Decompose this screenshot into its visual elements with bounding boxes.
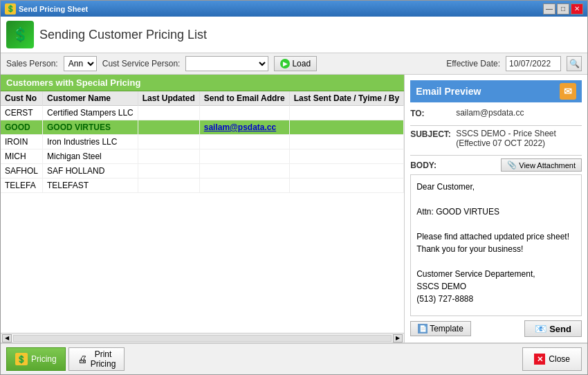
pricing-button[interactable]: 💲 Pricing (6, 347, 66, 371)
print-label: PrintPricing (91, 349, 116, 369)
app-icon: 💲 (6, 21, 34, 48)
table-cell: GOOD VIRTUES (43, 120, 138, 135)
table-cell (138, 120, 199, 135)
title-bar-left: 💲 Send Pricing Sheet (5, 3, 88, 15)
section-header: Customers with Special Pricing (1, 75, 404, 91)
toolbar: Sales Person: Ann Cust Service Person: ▶… (1, 53, 587, 75)
email-bottom-buttons: 📄 Template 📧 Send (410, 320, 582, 337)
load-icon: ▶ (280, 59, 290, 68)
body-label-row: BODY: 📎 View Attachment (410, 158, 582, 172)
send-button[interactable]: 📧 Send (524, 320, 582, 337)
table-cell (138, 164, 199, 179)
col-last-sent: Last Sent Date / Tyime / By (289, 91, 404, 106)
to-value: sailam@psdata.cc (456, 108, 582, 118)
table-row[interactable]: SAFHOLSAF HOLLAND (1, 164, 404, 179)
table-cell: SAFHOL (1, 164, 43, 179)
header-area: 💲 Sending Customer Pricing List (1, 17, 587, 53)
main-content: Customers with Special Pricing Cust No C… (1, 75, 587, 342)
maximize-button[interactable]: □ (557, 3, 569, 15)
effective-date-label: Effective Date: (446, 59, 500, 68)
minimize-button[interactable]: — (543, 3, 555, 15)
customers-table: Cust No Customer Name Last Updated Send … (1, 91, 404, 193)
email-body: Dear Customer, Attn: GOOD VIRTUES Please… (410, 174, 582, 316)
table-cell: CERST (1, 106, 43, 120)
table-header-row: Cust No Customer Name Last Updated Send … (1, 91, 404, 106)
table-cell: MICH (1, 149, 43, 164)
close-label: Close (549, 354, 570, 364)
table-cell: TELEFA (1, 179, 43, 193)
table-cell (199, 106, 289, 120)
email-subject-field: SUBJECT: SSCS DEMO - Price Sheet (Effect… (410, 129, 582, 148)
scroll-right-arrow[interactable]: ▶ (393, 334, 403, 342)
cust-service-label: Cust Service Person: (102, 59, 181, 68)
left-panel: Customers with Special Pricing Cust No C… (1, 75, 405, 342)
table-row[interactable]: MICHMichigan Steel (1, 149, 404, 164)
doc-icon: 📄 (418, 324, 428, 333)
table-row[interactable]: IROINIron Industries LLC (1, 135, 404, 149)
subject-value: SSCS DEMO - Price Sheet (Effective 07 OC… (456, 129, 582, 148)
table-row[interactable]: TELEFATELEFAST (1, 179, 404, 193)
send-icon: 📧 (535, 323, 546, 334)
load-button[interactable]: ▶ Load (274, 56, 317, 71)
close-button[interactable]: ✕ Close (522, 347, 582, 371)
email-preview-title: Email Preview (416, 86, 481, 97)
table-cell (289, 164, 404, 179)
close-x-icon: ✕ (534, 354, 545, 365)
view-attachment-button[interactable]: 📎 View Attachment (501, 158, 582, 172)
main-window: 💲 Send Pricing Sheet — □ ✕ 💲 Sending Cus… (0, 0, 588, 375)
table-cell (289, 120, 404, 135)
table-cell (138, 179, 199, 193)
col-customer-name: Customer Name (43, 91, 138, 106)
table-cell (289, 135, 404, 149)
email-to-field: TO: sailam@psdata.cc (410, 108, 582, 118)
print-pricing-button[interactable]: 🖨 PrintPricing (68, 347, 125, 371)
table-cell (199, 164, 289, 179)
table-cell (289, 179, 404, 193)
title-bar-controls: — □ ✕ (543, 3, 583, 15)
col-last-updated: Last Updated (138, 91, 199, 106)
table-row[interactable]: CERSTCertified Stampers LLC (1, 106, 404, 120)
customers-tbody: CERSTCertified Stampers LLCGOODGOOD VIRT… (1, 106, 404, 193)
template-button[interactable]: 📄 Template (410, 321, 471, 336)
table-cell: IROIN (1, 135, 43, 149)
window-close-button[interactable]: ✕ (571, 3, 583, 15)
paperclip-icon: 📎 (507, 161, 517, 170)
title-bar-title: Send Pricing Sheet (19, 5, 88, 13)
print-icon: 🖨 (77, 354, 87, 365)
subject-label: SUBJECT: (410, 129, 452, 139)
table-cell (199, 135, 289, 149)
table-row[interactable]: GOODGOOD VIRTUESsailam@psdata.cc (1, 120, 404, 135)
table-cell: GOOD (1, 120, 43, 135)
sales-person-select[interactable]: Ann (64, 56, 97, 71)
horizontal-scrollbar[interactable]: ◀ ▶ (1, 333, 404, 342)
table-cell (138, 149, 199, 164)
to-label: TO: (410, 108, 452, 118)
table-cell: TELEFAST (43, 179, 138, 193)
table-cell (289, 106, 404, 120)
sales-person-label: Sales Person: (6, 59, 58, 68)
table-cell: Michigan Steel (43, 149, 138, 164)
table-cell: Iron Industries LLC (43, 135, 138, 149)
table-container[interactable]: Cust No Customer Name Last Updated Send … (1, 91, 404, 333)
scroll-left-arrow[interactable]: ◀ (2, 334, 12, 342)
pricing-icon: 💲 (15, 353, 28, 365)
bottom-bar: 💲 Pricing 🖨 PrintPricing ✕ Close (1, 342, 587, 374)
table-cell: sailam@psdata.cc (199, 120, 289, 135)
body-label: BODY: (410, 160, 452, 170)
col-send-to-email: Send to Email Addre (199, 91, 289, 106)
divider-1 (410, 125, 582, 126)
right-panel: Email Preview ✉ TO: sailam@psdata.cc SUB… (405, 75, 587, 342)
table-cell (138, 135, 199, 149)
pricing-label: Pricing (31, 354, 57, 364)
template-label: Template (430, 324, 463, 333)
load-label: Load (292, 59, 311, 68)
title-bar: 💲 Send Pricing Sheet — □ ✕ (1, 1, 587, 17)
date-search-button[interactable]: 🔍 (567, 56, 582, 71)
table-cell (289, 149, 404, 164)
table-cell (199, 149, 289, 164)
table-cell: Certified Stampers LLC (43, 106, 138, 120)
body-section: BODY: 📎 View Attachment Dear Customer, A… (410, 158, 582, 316)
title-bar-icon: 💲 (5, 3, 16, 15)
cust-service-select[interactable] (185, 56, 268, 71)
scroll-track[interactable] (13, 335, 392, 342)
